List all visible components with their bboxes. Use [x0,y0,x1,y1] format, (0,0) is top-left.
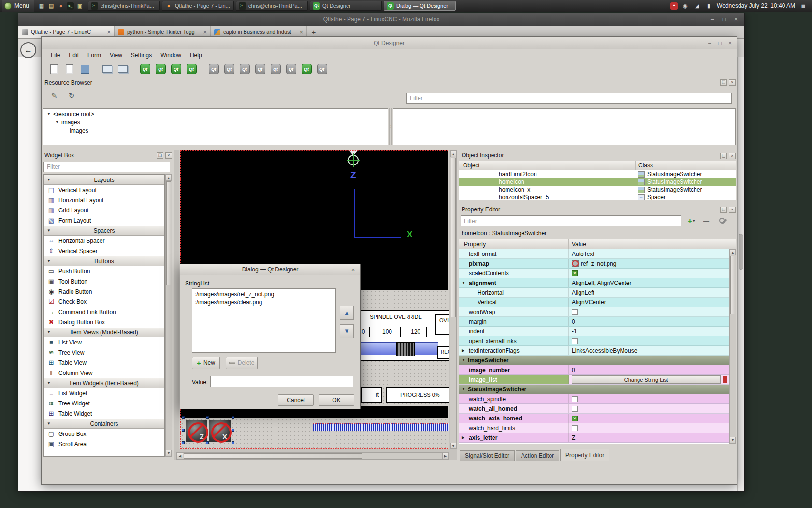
selection-handle[interactable] [232,441,234,444]
float-panel-icon[interactable]: ❏ [720,79,727,86]
maximize-icon[interactable]: □ [723,16,726,23]
widgetbox-item[interactable]: ◉Radio Button [44,286,164,297]
progress-widget[interactable]: PROGRESS 0% [386,387,449,403]
value-input[interactable] [210,376,353,387]
edit-signals-slots-button[interactable]: Qt [153,62,168,76]
property-editor-scrollbar[interactable]: ▲ ▼ [729,249,736,444]
start-button[interactable]: rt [361,387,382,403]
property-row[interactable]: watch_axis_homed✕ [459,414,729,423]
cancel-button[interactable]: Cancel [278,394,314,406]
new-button[interactable]: +New [192,357,220,369]
form-horizontal-scrollbar[interactable]: ◀ ▶ [176,452,449,460]
property-filter-input[interactable] [461,215,681,226]
scroll-down-icon[interactable]: ▼ [166,450,172,456]
save-form-button[interactable] [77,62,93,76]
property-row[interactable]: margin0 [459,317,729,327]
widgetbox-category[interactable]: ▼Layouts [44,175,164,185]
widgetbox-item[interactable]: ▦Grid Layout [44,205,164,215]
property-row[interactable]: VerticalAlignVCenter [459,298,729,307]
column-header-property[interactable]: Property [459,239,569,249]
scroll-left-icon[interactable]: ◀ [177,453,183,459]
layout-grid-button[interactable]: Qt [268,62,283,76]
stringlist-listbox[interactable]: :/images/images/ref_z_not.png:/images/im… [192,288,336,353]
scrollbar-thumb[interactable] [451,158,456,317]
inspector-row[interactable]: hardLimit2IconStatusImageSwitcher [459,170,736,178]
widgetbox-item[interactable]: ‖Column View [44,368,164,378]
form-vertical-scrollbar[interactable]: ▲ ▼ [450,150,457,449]
selection-handle[interactable] [182,429,185,432]
widgetbox-item[interactable]: ▧Form Layout [44,215,164,225]
open-form-button[interactable] [62,62,77,76]
checkbox-checked[interactable]: ✕ [572,270,578,276]
selection-handle[interactable] [232,416,234,419]
scrollbar-thumb[interactable] [730,256,735,314]
close-icon[interactable]: × [349,266,357,274]
column-header-object[interactable]: Object [459,161,636,170]
float-panel-icon[interactable]: ❏ [157,152,163,159]
inspector-row[interactable]: homeIconStatusImageSwitcher [459,178,736,186]
layout-vertically-button[interactable]: Qt [221,62,237,76]
widgetbox-item[interactable]: →Command Link Button [44,307,164,317]
reset-property-icon[interactable] [723,376,727,383]
property-row[interactable]: image_number0 [459,365,729,375]
tab-close-icon[interactable]: × [299,29,303,36]
tile-windows-button[interactable] [115,62,130,76]
scrollbar-thumb[interactable] [739,234,743,270]
tab-close-icon[interactable]: × [107,29,111,36]
move-down-button[interactable]: ▼ [340,324,354,338]
home-z-status-icon[interactable]: Z [186,420,207,442]
delete-button[interactable]: Delete [226,357,258,369]
property-row[interactable]: wordWrap [459,307,729,317]
firefox-scrollbar[interactable] [737,57,744,491]
tab-signal-slot-editor[interactable]: Signal/Slot Editor [460,450,515,461]
property-section-header[interactable]: ▼StatusImageSwitcher [459,385,729,394]
widgetbox-item[interactable]: ☑Check Box [44,297,164,307]
widgetbox-item[interactable]: ≡List View [44,337,164,347]
override-box[interactable]: OVI [435,314,449,335]
widgetbox-scrollbar[interactable]: ▲ ▼ [165,174,172,457]
adjust-size-button[interactable]: Qt [314,62,330,76]
launcher-folder[interactable]: ▣ [76,2,84,10]
property-row[interactable]: scaledContents✕ [459,269,729,278]
tab-action-editor[interactable]: Action Editor [516,450,559,461]
property-section-header[interactable]: ▼ImageSwitcher [459,356,729,365]
selection-handle[interactable] [232,429,234,432]
menu-help[interactable]: Help [186,50,206,60]
widgetbox-item[interactable]: ≋Tree View [44,347,164,358]
property-row[interactable]: ▼alignmentAlignLeft, AlignVCenter [459,278,729,288]
property-row[interactable]: ▶axis_letterZ [459,433,729,443]
close-panel-icon[interactable]: × [165,152,172,159]
property-row[interactable]: textFormatAutoText [459,249,729,259]
launcher-files[interactable]: ▤ [47,2,55,10]
clock[interactable]: Wednesday July 22, 10:40 AM [717,2,795,9]
property-row[interactable]: HorizontalAlignLeft [459,288,729,298]
property-row[interactable]: ▶textInteractionFlagsLinksAccessibleByMo… [459,346,729,356]
menu-window[interactable]: Window [156,50,186,60]
maximize-icon[interactable]: □ [718,40,722,46]
widgetbox-item[interactable]: ⊞Table Widget [44,408,164,418]
scrollbar-thumb[interactable] [184,453,362,459]
widgetbox-item[interactable]: ▣Scroll Area [44,439,164,449]
menu-edit[interactable]: Edit [64,50,83,60]
widgetbox-item[interactable]: ≡List Widget [44,388,164,398]
tab-property-editor[interactable]: Property Editor [560,449,609,461]
change-string-list-button[interactable]: Change String List [572,375,721,384]
close-panel-icon[interactable]: × [729,79,736,86]
selection-handle[interactable] [182,416,185,419]
scroll-down-icon[interactable]: ▼ [730,437,736,443]
edit-tab-order-button[interactable]: Qt [184,62,199,76]
resource-tree-item[interactable]: ▼<resource root> [44,110,388,118]
selection-handle[interactable] [182,441,185,444]
widgetbox-item[interactable]: ▥Horizontal Layout [44,195,164,205]
selection-handle[interactable] [206,441,209,444]
widgetbox-item[interactable]: ⊞Table View [44,358,164,368]
widgetbox-item[interactable]: ⇕Vertical Spacer [44,246,164,256]
resource-filter-input[interactable] [406,93,732,104]
menu-view[interactable]: View [105,50,127,60]
widgetbox-filter-input[interactable] [44,162,170,172]
new-form-button[interactable] [46,62,62,76]
taskbar-window-button[interactable]: >_chris@chris-ThinkPa... [236,1,308,11]
launcher-terminal[interactable]: >_ [67,2,74,10]
close-panel-icon[interactable]: × [729,207,736,213]
taskbar-window-button[interactable]: QtDialog — Qt Designer [384,1,456,11]
